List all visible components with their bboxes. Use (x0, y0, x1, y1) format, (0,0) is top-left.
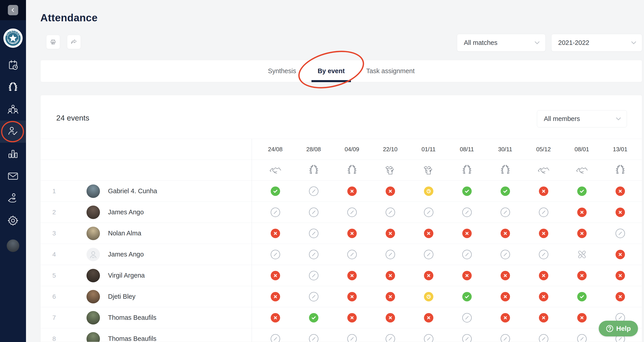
tab-by-event[interactable]: By event (316, 60, 346, 82)
status-late[interactable] (424, 292, 433, 301)
status-no-response[interactable] (424, 334, 433, 342)
column-date[interactable]: 28/08 (294, 139, 333, 159)
status-absent[interactable] (386, 271, 395, 280)
status-no-response[interactable] (500, 250, 510, 259)
status-absent[interactable] (539, 187, 548, 196)
sidebar-item-attendance[interactable] (0, 120, 26, 143)
status-absent[interactable] (347, 229, 357, 238)
sidebar-item-messages[interactable] (0, 165, 26, 187)
column-date[interactable]: 30/11 (486, 139, 524, 159)
status-no-response[interactable] (577, 334, 587, 342)
status-absent[interactable] (577, 229, 587, 238)
status-absent[interactable] (577, 208, 587, 217)
tab-synthesis[interactable]: Synthesis (267, 60, 297, 82)
column-date[interactable]: 05/12 (524, 139, 563, 159)
status-present[interactable] (500, 187, 510, 196)
column-date[interactable]: 04/09 (333, 139, 371, 159)
status-no-response[interactable] (462, 313, 472, 322)
table-row[interactable]: 5Virgil Argena (40, 265, 642, 286)
status-absent[interactable] (500, 229, 510, 238)
status-absent[interactable] (539, 229, 548, 238)
user-avatar[interactable] (7, 239, 19, 252)
status-absent[interactable] (347, 313, 357, 322)
status-absent[interactable] (616, 208, 625, 217)
status-no-response[interactable] (309, 229, 318, 238)
matches-filter-select[interactable]: All matches (457, 34, 546, 52)
status-present[interactable] (577, 292, 587, 301)
status-no-response[interactable] (616, 229, 625, 238)
status-absent[interactable] (539, 313, 548, 322)
status-no-response[interactable] (462, 250, 472, 259)
status-no-response[interactable] (462, 208, 472, 217)
sidebar-item-calendar[interactable] (0, 54, 26, 76)
status-present[interactable] (309, 313, 318, 322)
status-no-response[interactable] (386, 208, 395, 217)
status-absent[interactable] (462, 271, 472, 280)
status-absent[interactable] (271, 229, 280, 238)
season-filter-select[interactable]: 2021-2022 (551, 34, 642, 52)
status-absent[interactable] (539, 271, 548, 280)
members-filter-select[interactable]: All members (537, 110, 627, 127)
status-absent[interactable] (616, 187, 625, 196)
status-no-response[interactable] (271, 208, 280, 217)
table-row[interactable]: 7Thomas Beaufils (40, 307, 642, 328)
sidebar-collapse-button[interactable] (8, 5, 18, 15)
status-absent[interactable] (424, 271, 433, 280)
column-date[interactable]: 13/01 (601, 139, 639, 159)
status-no-response[interactable] (500, 208, 510, 217)
tab-task-assignment[interactable]: Task assignment (365, 60, 416, 82)
status-no-response[interactable] (500, 334, 510, 342)
sidebar-item-settings[interactable] (0, 209, 26, 232)
column-date[interactable]: 08/01 (563, 139, 601, 159)
status-absent[interactable] (616, 271, 625, 280)
status-absent[interactable] (347, 271, 357, 280)
status-absent[interactable] (386, 229, 395, 238)
print-button[interactable] (46, 35, 60, 49)
status-no-response[interactable] (309, 250, 318, 259)
status-absent[interactable] (577, 271, 587, 280)
column-date[interactable]: 08/11 (448, 139, 486, 159)
status-injured[interactable] (576, 249, 587, 260)
status-present[interactable] (577, 187, 587, 196)
sidebar-item-competitions[interactable] (0, 76, 26, 98)
status-no-response[interactable] (347, 250, 357, 259)
status-no-response[interactable] (309, 292, 318, 301)
help-button[interactable]: Help (599, 321, 638, 336)
status-no-response[interactable] (462, 334, 472, 342)
status-late[interactable] (424, 187, 433, 196)
status-absent[interactable] (271, 292, 280, 301)
status-no-response[interactable] (386, 334, 395, 342)
column-date[interactable]: 01/11 (410, 139, 448, 159)
status-absent[interactable] (500, 292, 510, 301)
status-absent[interactable] (616, 292, 625, 301)
status-no-response[interactable] (424, 250, 433, 259)
status-absent[interactable] (500, 313, 510, 322)
status-absent[interactable] (386, 187, 395, 196)
status-absent[interactable] (271, 271, 280, 280)
column-date[interactable]: 22/10 (371, 139, 410, 159)
status-absent[interactable] (462, 229, 472, 238)
table-row[interactable]: 3Nolan Alma (40, 223, 642, 244)
sidebar-item-statistics[interactable] (0, 143, 26, 165)
status-present[interactable] (462, 187, 472, 196)
status-no-response[interactable] (271, 334, 280, 342)
status-no-response[interactable] (347, 208, 357, 217)
status-absent[interactable] (500, 271, 510, 280)
status-no-response[interactable] (309, 271, 318, 280)
status-no-response[interactable] (539, 250, 548, 259)
status-no-response[interactable] (386, 250, 395, 259)
status-absent[interactable] (577, 313, 587, 322)
status-present[interactable] (462, 292, 472, 301)
status-no-response[interactable] (424, 208, 433, 217)
table-row[interactable]: 6Djeti Bley (40, 286, 642, 307)
table-row[interactable]: 8Thomas Beaufils (40, 328, 642, 342)
table-row[interactable]: 4James Ango (40, 244, 642, 265)
status-absent[interactable] (616, 250, 625, 259)
status-no-response[interactable] (539, 208, 548, 217)
table-row[interactable]: 1Gabriel 4. Cunha (40, 181, 642, 202)
sidebar-item-coaching[interactable] (0, 187, 26, 209)
status-absent[interactable] (347, 292, 357, 301)
column-date[interactable]: 24/08 (256, 139, 294, 159)
club-logo[interactable]: OLYMPIENS OLYMPIENS (3, 28, 23, 48)
status-absent[interactable] (386, 292, 395, 301)
